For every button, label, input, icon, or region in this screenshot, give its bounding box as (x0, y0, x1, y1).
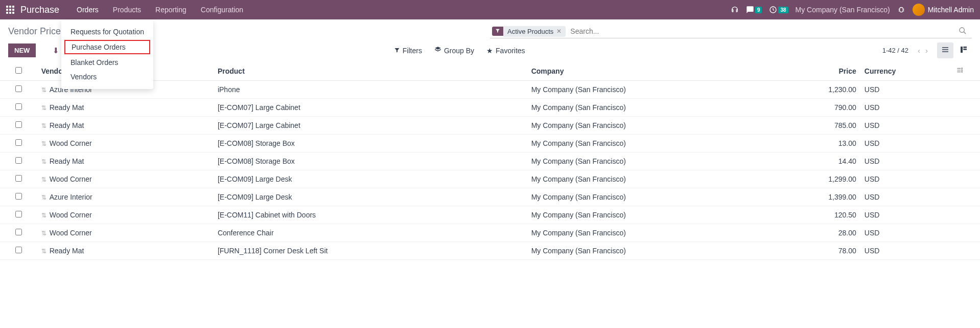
dropdown-purchase-orders[interactable]: Purchase Orders (64, 40, 150, 54)
search-facet: Active Products ✕ (492, 26, 566, 37)
cell-options (939, 206, 980, 224)
messages-badge: 9 (755, 7, 762, 13)
search-input[interactable] (569, 26, 952, 37)
row-checkbox[interactable] (15, 229, 22, 235)
cell-currency: USD (860, 117, 939, 135)
cell-options (939, 242, 980, 260)
drag-handle-icon[interactable]: ⇅ (41, 122, 48, 129)
col-currency[interactable]: Currency (860, 61, 939, 81)
row-checkbox[interactable] (15, 157, 22, 164)
facet-text: Active Products (507, 28, 553, 35)
nav-products[interactable]: Products (106, 0, 148, 19)
favorites-button[interactable]: ★ Favorites (486, 46, 525, 55)
drag-handle-icon[interactable]: ⇅ (41, 248, 48, 255)
pager-buttons: ‹ › (916, 44, 930, 57)
activities-icon[interactable]: 38 (769, 6, 788, 14)
cell-product: [E-COM08] Storage Box (214, 152, 527, 170)
table-row[interactable]: ⇅Ready Mat [E-COM08] Storage Box My Comp… (0, 152, 980, 170)
cell-product: [FURN_1118] Corner Desk Left Sit (214, 242, 527, 260)
table-row[interactable]: ⇅Ready Mat [E-COM07] Large Cabinet My Co… (0, 99, 980, 117)
table-row[interactable]: ⇅Azure Interior [E-COM09] Large Desk My … (0, 188, 980, 206)
select-all-checkbox[interactable] (15, 67, 22, 74)
dropdown-vendors[interactable]: Vendors (61, 70, 153, 84)
messages-icon[interactable]: 9 (746, 6, 762, 14)
nav-orders[interactable]: Orders (69, 0, 106, 19)
new-button[interactable]: NEW (8, 43, 36, 57)
search-icon[interactable] (955, 27, 970, 36)
cell-vendor: ⇅Azure Interior (37, 188, 214, 206)
kanban-view-icon[interactable] (955, 42, 972, 58)
pager-next-icon[interactable]: › (923, 44, 930, 57)
row-checkbox-cell (0, 224, 37, 242)
svg-rect-4 (963, 49, 967, 50)
row-checkbox[interactable] (15, 247, 22, 253)
options-icon[interactable] (956, 67, 963, 75)
row-checkbox[interactable] (15, 211, 22, 217)
col-price[interactable]: Price (782, 61, 860, 81)
cell-price: 790.00 (782, 99, 860, 117)
col-company[interactable]: Company (527, 61, 782, 81)
company-switcher[interactable]: My Company (San Francisco) (796, 6, 890, 14)
debug-icon[interactable] (897, 6, 905, 14)
table-row[interactable]: ⇅Wood Corner [E-COM11] Cabinet with Door… (0, 206, 980, 224)
list-view-icon[interactable] (937, 42, 953, 58)
drag-handle-icon[interactable]: ⇅ (41, 230, 48, 237)
dropdown-rfq[interactable]: Requests for Quotation (61, 25, 153, 39)
cell-options (939, 135, 980, 152)
navbar-left: Purchase Orders Products Reporting Confi… (6, 0, 250, 19)
download-button[interactable]: ⬇ (41, 44, 61, 57)
drag-handle-icon[interactable]: ⇅ (41, 158, 48, 165)
support-icon[interactable] (731, 6, 739, 14)
drag-handle-icon[interactable]: ⇅ (41, 212, 48, 219)
nav-configuration[interactable]: Configuration (194, 0, 250, 19)
svg-point-1 (960, 28, 964, 32)
cell-vendor: ⇅Ready Mat (37, 99, 214, 117)
app-brand[interactable]: Purchase (20, 5, 59, 15)
cp-center: Filters Group By ★ Favorites (240, 46, 525, 55)
pager-prev-icon[interactable]: ‹ (916, 44, 922, 57)
groupby-button[interactable]: Group By (434, 46, 474, 55)
nav-reporting[interactable]: Reporting (148, 0, 194, 19)
row-checkbox[interactable] (15, 103, 22, 110)
svg-rect-2 (961, 47, 963, 53)
svg-rect-3 (963, 47, 967, 48)
layers-icon (434, 46, 441, 55)
user-menu[interactable]: Mitchell Admin (913, 4, 974, 16)
col-product[interactable]: Product (214, 61, 527, 81)
pager-text[interactable]: 1-42 / 42 (882, 47, 908, 54)
row-checkbox[interactable] (15, 85, 22, 92)
table-row[interactable]: ⇅Wood Corner Conference Chair My Company… (0, 224, 980, 242)
cell-company: My Company (San Francisco) (527, 152, 782, 170)
cell-company: My Company (San Francisco) (527, 224, 782, 242)
table-row[interactable]: ⇅Wood Corner [E-COM09] Large Desk My Com… (0, 170, 980, 188)
user-name: Mitchell Admin (928, 6, 974, 14)
drag-handle-icon[interactable]: ⇅ (41, 104, 48, 112)
cell-product: Conference Chair (214, 224, 527, 242)
row-checkbox[interactable] (15, 175, 22, 182)
table-row[interactable]: ⇅Ready Mat [FURN_1118] Corner Desk Left … (0, 242, 980, 260)
drag-handle-icon[interactable]: ⇅ (41, 176, 48, 183)
cell-company: My Company (San Francisco) (527, 135, 782, 152)
row-checkbox[interactable] (15, 139, 22, 146)
row-checkbox[interactable] (15, 121, 22, 128)
main-navbar: Purchase Orders Products Reporting Confi… (0, 0, 980, 19)
table-row[interactable]: ⇅Ready Mat [E-COM07] Large Cabinet My Co… (0, 117, 980, 135)
avatar (913, 4, 925, 16)
funnel-icon (394, 47, 400, 55)
svg-point-6 (962, 70, 962, 70)
filters-button[interactable]: Filters (394, 46, 422, 55)
cell-vendor: ⇅Ready Mat (37, 152, 214, 170)
drag-handle-icon[interactable]: ⇅ (41, 140, 48, 147)
dropdown-blanket[interactable]: Blanket Orders (61, 55, 153, 70)
table-row[interactable]: ⇅Wood Corner [E-COM08] Storage Box My Co… (0, 135, 980, 152)
apps-icon[interactable] (6, 6, 14, 14)
search-bar[interactable]: Active Products ✕ (490, 25, 972, 38)
row-checkbox-cell (0, 99, 37, 117)
cell-price: 1,299.00 (782, 170, 860, 188)
cell-company: My Company (San Francisco) (527, 242, 782, 260)
drag-handle-icon[interactable]: ⇅ (41, 194, 48, 201)
svg-point-5 (962, 68, 962, 69)
drag-handle-icon[interactable]: ⇅ (41, 86, 48, 94)
row-checkbox[interactable] (15, 193, 22, 200)
facet-remove-icon[interactable]: ✕ (556, 28, 562, 35)
